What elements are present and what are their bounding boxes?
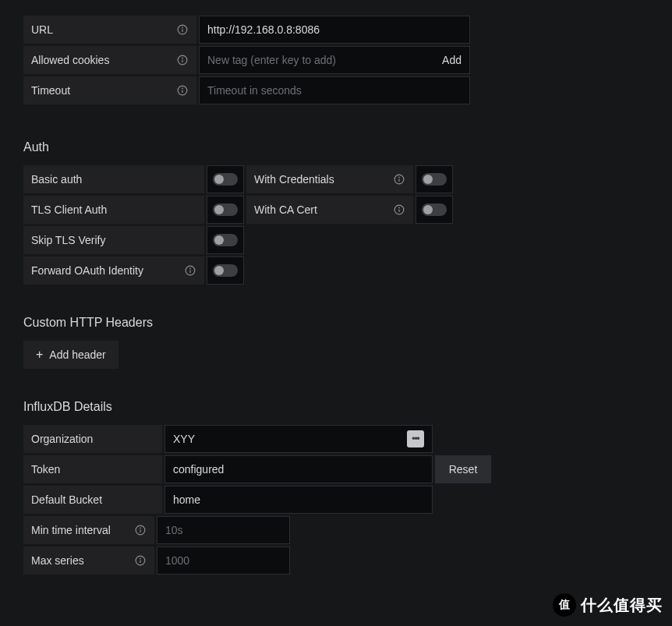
influxdb-details-title: InfluxDB Details	[23, 400, 649, 414]
with-credentials-label: With Credentials	[246, 165, 413, 193]
svg-point-8	[182, 88, 183, 89]
max-series-input-wrapper	[157, 546, 290, 575]
svg-point-14	[399, 207, 400, 208]
basic-auth-toggle-wrapper	[207, 165, 244, 193]
skip-tls-verify-toggle[interactable]	[213, 234, 238, 246]
default-bucket-input[interactable]	[173, 493, 424, 506]
timeout-label: Timeout	[23, 76, 196, 104]
info-icon[interactable]	[176, 84, 189, 97]
token-input[interactable]	[173, 463, 424, 476]
with-cacert-toggle[interactable]	[422, 203, 447, 216]
timeout-input-wrapper	[199, 76, 470, 104]
info-icon[interactable]	[176, 23, 189, 36]
tls-client-auth-toggle[interactable]	[213, 203, 238, 216]
reset-label: Reset	[449, 463, 478, 476]
svg-point-17	[190, 268, 191, 269]
info-icon[interactable]	[184, 264, 196, 277]
info-icon[interactable]	[134, 524, 147, 536]
max-series-label: Max series	[23, 546, 154, 575]
min-time-interval-input[interactable]	[165, 524, 281, 536]
url-input-wrapper	[199, 16, 470, 44]
plus-icon: +	[36, 348, 43, 361]
timeout-input[interactable]	[207, 84, 462, 97]
custom-headers-title: Custom HTTP Headers	[23, 316, 649, 330]
svg-point-2	[182, 27, 183, 28]
watermark-icon: 值	[553, 593, 576, 617]
url-label: URL	[23, 16, 196, 44]
svg-point-20	[140, 528, 141, 529]
with-credentials-toggle-wrapper	[416, 165, 453, 193]
skip-tls-verify-toggle-wrapper	[207, 226, 244, 254]
with-cacert-label: With CA Cert	[246, 196, 413, 224]
min-time-interval-label: Min time interval	[23, 516, 154, 544]
reset-button[interactable]: Reset	[435, 455, 491, 483]
svg-point-23	[140, 558, 141, 559]
add-header-button[interactable]: + Add header	[23, 341, 118, 369]
default-bucket-label: Default Bucket	[23, 486, 162, 514]
default-bucket-input-wrapper	[164, 486, 433, 514]
add-tag-button[interactable]: Add	[442, 54, 462, 66]
min-time-interval-input-wrapper	[157, 516, 290, 544]
watermark: 值 什么值得买	[553, 593, 663, 617]
basic-auth-toggle[interactable]	[213, 173, 238, 186]
info-icon[interactable]	[393, 173, 405, 186]
organization-label: Organization	[23, 425, 162, 453]
forward-oauth-toggle-wrapper	[207, 256, 244, 285]
watermark-text: 什么值得买	[581, 595, 663, 616]
with-credentials-toggle[interactable]	[422, 173, 447, 186]
skip-tls-verify-label: Skip TLS Verify	[23, 226, 204, 254]
allowed-cookies-input[interactable]	[207, 54, 442, 66]
auth-section-title: Auth	[23, 140, 649, 154]
basic-auth-label: Basic auth	[23, 165, 204, 193]
add-header-label: Add header	[49, 348, 105, 361]
tls-client-auth-toggle-wrapper	[207, 196, 244, 224]
forward-oauth-toggle[interactable]	[213, 264, 238, 277]
info-icon[interactable]	[393, 203, 405, 216]
organization-input-wrapper: •••	[164, 425, 433, 453]
info-icon[interactable]	[176, 54, 189, 66]
svg-point-5	[182, 58, 183, 58]
tls-client-auth-label: TLS Client Auth	[23, 196, 204, 224]
organization-input[interactable]	[173, 433, 407, 445]
token-input-wrapper	[164, 455, 433, 483]
dots-icon[interactable]: •••	[407, 430, 424, 447]
info-icon[interactable]	[134, 554, 147, 567]
svg-point-11	[399, 177, 400, 178]
forward-oauth-label: Forward OAuth Identity	[23, 256, 204, 285]
max-series-input[interactable]	[165, 554, 281, 567]
allowed-cookies-label: Allowed cookies	[23, 46, 196, 74]
allowed-cookies-input-wrapper: Add	[199, 46, 470, 74]
token-label: Token	[23, 455, 162, 483]
with-cacert-toggle-wrapper	[416, 196, 453, 224]
url-input[interactable]	[207, 23, 462, 36]
